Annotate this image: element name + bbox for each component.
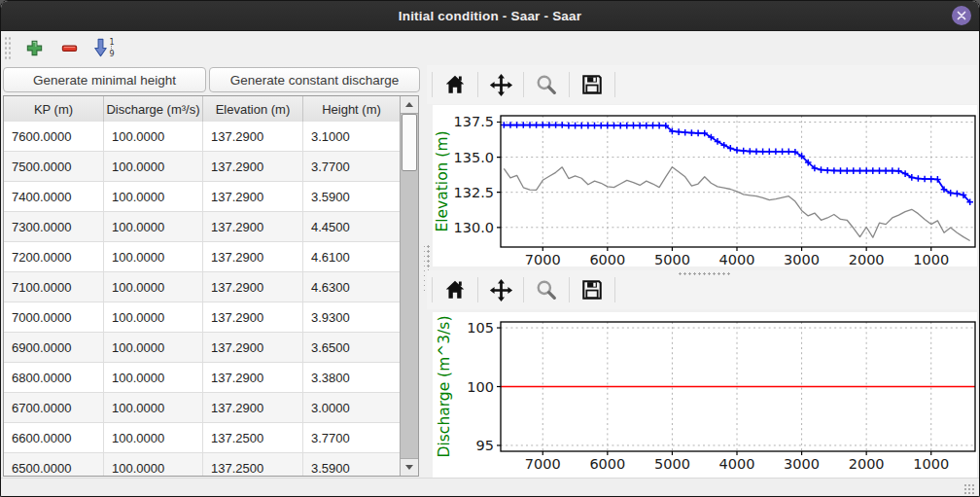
table-cell[interactable]: 137.2900 — [203, 212, 303, 241]
pan-button[interactable] — [483, 274, 518, 305]
table-row[interactable]: 7100.0000100.0000137.29004.6300 — [4, 272, 400, 302]
table-row[interactable]: 7000.0000100.0000137.29003.9300 — [4, 302, 400, 333]
table-cell[interactable]: 3.1000 — [303, 122, 400, 151]
add-row-button[interactable] — [19, 34, 49, 61]
column-header[interactable]: Height (m) — [303, 96, 400, 122]
table-scrollbar[interactable] — [400, 96, 418, 476]
table-row[interactable]: 7500.0000100.0000137.29003.7700 — [4, 152, 400, 182]
status-strip — [1, 478, 979, 497]
table-cell[interactable]: 7200.0000 — [4, 242, 104, 271]
table-cell[interactable]: 6500.0000 — [4, 453, 104, 476]
svg-text:5000: 5000 — [654, 456, 690, 472]
table-cell[interactable]: 100.0000 — [104, 393, 203, 422]
table-row[interactable]: 6800.0000100.0000137.29003.3800 — [4, 363, 400, 393]
close-button[interactable] — [952, 6, 971, 25]
zoom-button[interactable] — [529, 274, 564, 305]
generate-minimal-height-button[interactable]: Generate minimal height — [3, 67, 206, 92]
table-row[interactable]: 6500.0000100.0000137.25003.5900 — [4, 453, 400, 476]
table-cell[interactable]: 100.0000 — [104, 182, 203, 211]
table-cell[interactable]: 6900.0000 — [4, 333, 104, 362]
home-button[interactable] — [438, 274, 472, 305]
table-cell[interactable]: 4.6300 — [303, 272, 400, 302]
remove-row-button[interactable] — [54, 34, 84, 61]
table-cell[interactable]: 3.3800 — [303, 363, 400, 392]
table-cell[interactable]: 137.2900 — [203, 272, 303, 302]
home-button[interactable] — [438, 69, 472, 100]
table-cell[interactable]: 100.0000 — [104, 423, 203, 452]
table-cell[interactable]: 3.7700 — [303, 152, 400, 181]
svg-text:137.5: 137.5 — [453, 114, 494, 129]
table-cell[interactable]: 4.6100 — [303, 242, 400, 271]
svg-text:7000: 7000 — [525, 252, 561, 266]
table-cell[interactable]: 3.5900 — [303, 182, 400, 211]
table-cell[interactable]: 137.2900 — [203, 242, 303, 271]
svg-text:130.0: 130.0 — [453, 220, 494, 235]
table-cell[interactable]: 4.4500 — [303, 212, 400, 241]
scrollbar-thumb[interactable] — [402, 114, 417, 171]
table-row[interactable]: 7200.0000100.0000137.29004.6100 — [4, 242, 400, 272]
table-cell[interactable]: 100.0000 — [104, 302, 203, 332]
save-button[interactable] — [575, 274, 610, 305]
table-row[interactable]: 6700.0000100.0000137.29003.0000 — [4, 393, 400, 423]
table-cell[interactable]: 3.7700 — [303, 423, 400, 452]
table-cell[interactable]: 3.0000 — [303, 393, 400, 422]
sort-button[interactable]: 1 9 — [89, 34, 119, 61]
generate-constant-discharge-button[interactable]: Generate constant discharge — [209, 67, 420, 92]
table-cell[interactable]: 3.5900 — [303, 453, 400, 476]
table-cell[interactable]: 7500.0000 — [4, 152, 104, 181]
table-row[interactable]: 7600.0000100.0000137.29003.1000 — [4, 122, 400, 152]
initial-condition-table: KP (m)Discharge (m³/s)Elevation (m)Heigh… — [3, 95, 419, 477]
table-cell[interactable]: 6600.0000 — [4, 423, 104, 452]
table-cell[interactable]: 137.2900 — [203, 363, 303, 392]
horizontal-splitter-handle[interactable] — [678, 271, 732, 276]
discharge-plot-toolbar — [427, 270, 977, 309]
table-cell[interactable]: 7000.0000 — [4, 302, 104, 332]
table-cell[interactable]: 137.2500 — [203, 453, 303, 476]
resize-grip[interactable] — [963, 483, 975, 495]
table-cell[interactable]: 3.9300 — [303, 302, 400, 332]
table-cell[interactable]: 137.2900 — [203, 182, 303, 211]
pan-icon — [489, 278, 513, 302]
window-title: Initial condition - Saar - Saar — [399, 9, 581, 23]
table-cell[interactable]: 137.2900 — [203, 333, 303, 362]
table-cell[interactable]: 137.2900 — [203, 302, 303, 332]
zoom-button[interactable] — [529, 69, 564, 100]
home-icon — [443, 73, 467, 96]
zoom-icon — [535, 278, 558, 302]
sort-range-label: 1 9 — [109, 39, 114, 57]
table-cell[interactable]: 100.0000 — [104, 333, 203, 362]
table-cell[interactable]: 100.0000 — [104, 363, 203, 392]
table-cell[interactable]: 100.0000 — [104, 122, 203, 151]
column-header[interactable]: Discharge (m³/s) — [104, 96, 203, 122]
table-header: KP (m)Discharge (m³/s)Elevation (m)Heigh… — [4, 96, 400, 123]
column-header[interactable]: Elevation (m) — [203, 96, 303, 122]
save-button[interactable] — [575, 69, 610, 100]
table-row[interactable]: 6900.0000100.0000137.29003.6500 — [4, 333, 400, 363]
table-cell[interactable]: 137.2900 — [203, 393, 303, 422]
table-row[interactable]: 7300.0000100.0000137.29004.4500 — [4, 212, 400, 242]
table-cell[interactable]: 100.0000 — [104, 212, 203, 241]
toolbar-drag-handle[interactable] — [4, 36, 12, 59]
table-cell[interactable]: 100.0000 — [104, 152, 203, 181]
table-cell[interactable]: 3.6500 — [303, 333, 400, 362]
table-cell[interactable]: 100.0000 — [104, 272, 203, 302]
table-cell[interactable]: 100.0000 — [104, 242, 203, 271]
table-row[interactable]: 6600.0000100.0000137.25003.7700 — [4, 423, 400, 453]
scroll-up-button[interactable] — [401, 96, 418, 114]
table-cell[interactable]: 7100.0000 — [4, 272, 104, 302]
table-row[interactable]: 7400.0000100.0000137.29003.5900 — [4, 182, 400, 212]
svg-text:5000: 5000 — [654, 252, 690, 266]
table-cell[interactable]: 6800.0000 — [4, 363, 104, 392]
scroll-down-button[interactable] — [401, 458, 418, 476]
table-cell[interactable]: 137.2900 — [203, 152, 303, 181]
table-cell[interactable]: 137.2500 — [203, 423, 303, 452]
table-cell[interactable]: 100.0000 — [104, 453, 203, 476]
table-cell[interactable]: 6700.0000 — [4, 393, 104, 422]
pan-button[interactable] — [483, 69, 518, 100]
table-cell[interactable]: 7400.0000 — [4, 182, 104, 211]
table-cell[interactable]: 7300.0000 — [4, 212, 104, 241]
column-header[interactable]: KP (m) — [4, 96, 104, 122]
svg-text:105: 105 — [467, 320, 494, 336]
table-cell[interactable]: 7600.0000 — [4, 122, 104, 151]
table-cell[interactable]: 137.2900 — [203, 122, 303, 151]
